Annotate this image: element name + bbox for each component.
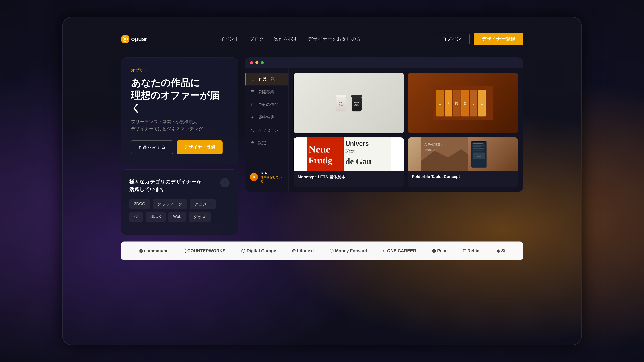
tag-anime[interactable]: アニメー: [190, 199, 216, 209]
cup-text-2: FAMIMACAFEESPRESSO: [354, 102, 359, 106]
nav-link-designers[interactable]: デザイナーをお探しの方: [308, 36, 361, 42]
nav-link-event[interactable]: イベント: [220, 36, 239, 42]
person-icon: ◻: [250, 102, 255, 107]
tag-web[interactable]: Web: [168, 212, 186, 222]
money-forward-text: Money Forward: [335, 248, 367, 253]
one-career-text: ONE CAREER: [387, 248, 416, 253]
document-icon: ☰: [250, 89, 255, 94]
nav-link-jobs[interactable]: 案件を探す: [274, 36, 298, 42]
sidebar-label-settings: 設定: [258, 140, 266, 145]
svg-text:Univers: Univers: [346, 140, 369, 147]
svg-text:Next: Next: [346, 148, 355, 153]
svg-text:o: o: [464, 100, 466, 106]
portfolio-thumb-tablet: A FAMES > TABLET: [408, 137, 518, 171]
commmune-icon: ◎: [139, 248, 143, 254]
titlebar-dot-yellow: [256, 61, 258, 64]
category-header: 様々なカテゴリのデザイナーが活躍しています →: [129, 178, 230, 193]
sidebar-user: R R.A 仕事を探している: [245, 168, 288, 187]
sidebar-item-public[interactable]: ☰ 公開募集: [245, 85, 288, 98]
sidebar-item-benefits[interactable]: ◈ 優待特典: [245, 111, 288, 124]
portfolio-grid: FAMIMACAFEESPRESSO FAMIMACAFEESPRESSO: [289, 68, 523, 192]
hero-buttons: 作品をみてる デザイナー登録: [131, 140, 228, 154]
hero-title-line2: 理想のオファーが届く: [131, 90, 219, 113]
svg-text:1: 1: [438, 100, 441, 106]
partner-relic: □ ReLic.: [463, 248, 480, 253]
tag-j[interactable]: ジ: [129, 212, 143, 222]
sidebar-item-settings[interactable]: ⚙ 設定: [245, 136, 288, 149]
portfolio-info-typography: Monotype LETS 書体見本: [294, 171, 404, 185]
logo-icon: [121, 35, 130, 43]
books-svg: 1 7 N o . 1: [433, 86, 493, 120]
cup-body-2: FAMIMACAFEESPRESSO: [352, 97, 362, 111]
category-tags: 3DCG グラフィック アニメー ジ UI/UX Web グッズ: [129, 199, 230, 222]
partner-peco: ◉ Peco: [432, 248, 448, 254]
portfolio-info-tablet: Folderble Tablet Concept: [408, 171, 518, 184]
sidebar-user-status: 仕事を探している: [260, 175, 284, 183]
nav-link-blog[interactable]: ブログ: [250, 36, 264, 42]
tag-goods[interactable]: グッズ: [189, 212, 211, 222]
logo[interactable]: opusr: [121, 35, 147, 43]
portfolio-thumb-books: 1 7 N o . 1: [408, 73, 518, 133]
sidebar-label-public: 公開募集: [258, 89, 274, 94]
svg-text:1: 1: [480, 100, 483, 106]
svg-rect-27: [473, 143, 483, 144]
portfolio-item-typography[interactable]: Neue Frutig Univers Next de Gau: [294, 137, 404, 187]
portfolio-item-coffee[interactable]: FAMIMACAFEESPRESSO FAMIMACAFEESPRESSO: [294, 73, 404, 133]
digital-garage-text: Digital Garage: [246, 248, 276, 253]
hero-title: あなたの作品に 理想のオファーが届く: [131, 76, 228, 114]
main-content: オプサー あなたの作品に 理想のオファーが届く フリーランス・副業・小規模法人デ…: [121, 57, 523, 235]
sidebar-avatar: R: [250, 173, 258, 181]
portfolio-thumb-coffee: FAMIMACAFEESPRESSO FAMIMACAFEESPRESSO: [294, 73, 404, 133]
typography-svg: Neue Frutig Univers Next de Gau: [294, 137, 404, 171]
gift-icon: ◈: [250, 115, 255, 120]
sidebar-label-portfolio: 作品一覧: [258, 76, 275, 82]
app-body: ⌂ 作品一覧 ☰ 公開募集 ◻ 自分の作品: [245, 68, 523, 192]
tag-3dcg[interactable]: 3DCG: [129, 199, 150, 209]
hero-subtitle: フリーランス・副業・小規模法人デザイナー向けビジネスマッチング: [131, 118, 228, 132]
login-button[interactable]: ログイン: [434, 33, 470, 45]
category-title: 様々なカテゴリのデザイナーが活躍しています: [129, 178, 202, 193]
monitor-inner: opusr イベント ブログ 案件を探す デザイナーをお探しの方 ログイン デザ…: [62, 17, 582, 345]
sidebar-user-info: R.A 仕事を探している: [260, 171, 284, 183]
cup-text-1: FAMIMACAFEESPRESSO: [338, 102, 343, 106]
partner-counterworks: ⟨ COUNTERWORKS: [184, 248, 226, 254]
register-button[interactable]: デザイナー登録: [474, 33, 523, 45]
commmune-text: commmune: [144, 248, 168, 253]
hero-register-button[interactable]: デザイナー登録: [176, 140, 222, 154]
sidebar-label-messages: メッセージ: [258, 127, 279, 133]
portfolio-title-typography: Monotype LETS 書体見本: [298, 174, 400, 180]
app-sidebar: ⌂ 作品一覧 ☰ 公開募集 ◻ 自分の作品: [245, 68, 289, 192]
navbar: opusr イベント ブログ 案件を探す デザイナーをお探しの方 ログイン デザ…: [121, 31, 523, 47]
tag-uiux[interactable]: UI/UX: [146, 212, 166, 222]
relic-icon: □: [463, 248, 466, 253]
partner-commmune: ◎ commmune: [139, 248, 168, 254]
category-arrow-button[interactable]: →: [220, 178, 230, 187]
portfolio-item-books[interactable]: 1 7 N o . 1 お芋のスイーツNo.17 ブランデ: [408, 73, 518, 133]
cup-body-1: FAMIMACAFEESPRESSO: [336, 97, 346, 111]
partner-money-forward: ⬡ Money Forward: [330, 248, 367, 254]
portfolio-thumb-typography: Neue Frutig Univers Next de Gau: [294, 137, 404, 171]
peco-icon: ◉: [432, 248, 436, 254]
svg-rect-29: [473, 146, 482, 147]
titlebar-dot-red: [250, 61, 253, 64]
view-works-button[interactable]: 作品をみてる: [131, 140, 173, 154]
digital-garage-icon: ⬡: [241, 248, 245, 254]
sidebar-item-myworks[interactable]: ◻ 自分の作品: [245, 98, 288, 111]
svg-rect-28: [473, 145, 485, 145]
monitor-frame: opusr イベント ブログ 案件を探す デザイナーをお探しの方 ログイン デザ…: [62, 17, 582, 345]
portfolio-item-tablet[interactable]: A FAMES > TABLET: [408, 137, 518, 187]
partner-lifunext: ⊕ Lifunext: [292, 248, 314, 254]
svg-rect-31: [473, 150, 482, 150]
svg-text:TABLET: TABLET: [424, 148, 436, 151]
svg-text:Neue: Neue: [308, 144, 330, 155]
tag-graphic[interactable]: グラフィック: [152, 199, 187, 209]
svg-text:7: 7: [447, 100, 450, 106]
partners-bar: ◎ commmune ⟨ COUNTERWORKS ⬡ Digital Gara…: [121, 242, 523, 260]
sidebar-item-portfolio[interactable]: ⌂ 作品一覧: [245, 73, 288, 85]
sidebar-items: ⌂ 作品一覧 ☰ 公開募集 ◻ 自分の作品: [245, 73, 288, 149]
sidebar-item-messages[interactable]: ◎ メッセージ: [245, 124, 288, 136]
sidebar-label-benefits: 優待特典: [258, 115, 274, 120]
gear-icon: ⚙: [250, 140, 255, 145]
cup-lid-2: [351, 95, 362, 97]
coffee-cup-1: FAMIMACAFEESPRESSO: [336, 95, 346, 111]
